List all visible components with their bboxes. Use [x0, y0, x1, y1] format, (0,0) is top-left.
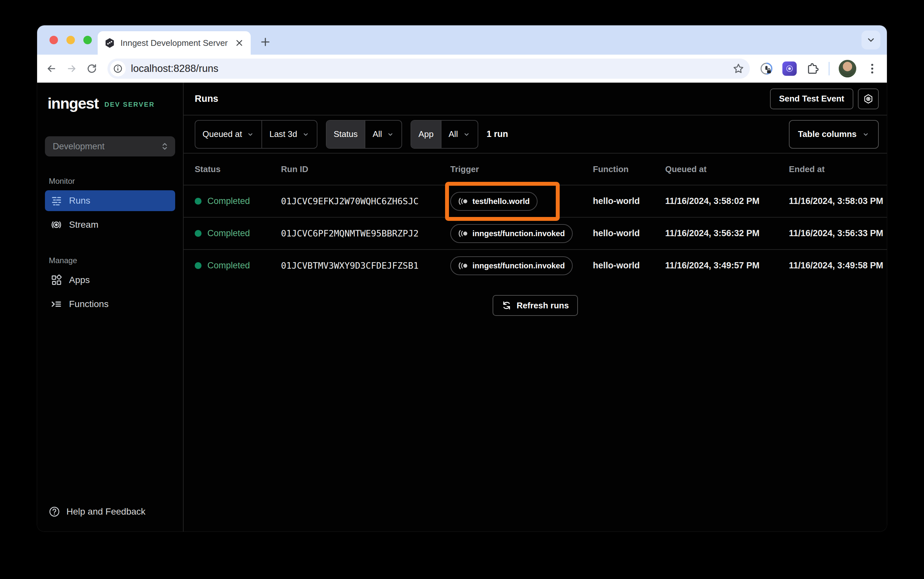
reload-icon [86, 63, 97, 74]
environment-select[interactable]: Development [45, 136, 175, 157]
status-dot-completed [195, 198, 202, 204]
toolbar-divider [829, 62, 830, 75]
run-id: 01JCVC9EFKJ2W70WQHC6ZH6SJC [281, 196, 450, 206]
sidebar-item-runs[interactable]: Runs [45, 190, 175, 211]
profile-avatar[interactable] [839, 60, 856, 77]
tab-title: Inngest Development Server [120, 38, 229, 48]
queued-at-time: 11/16/2024, 3:56:32 PM [665, 228, 789, 239]
status-dot-completed [195, 230, 202, 237]
purple-extension-icon[interactable] [782, 62, 797, 76]
time-field-dropdown[interactable]: Queued at [195, 121, 261, 148]
table-header: Status Run ID Trigger Function Queued at… [184, 154, 887, 185]
dev-server-badge: DEV SERVER [105, 98, 155, 108]
send-test-event-button[interactable]: Send Test Event [770, 88, 853, 109]
broadcast-icon [51, 219, 62, 230]
trigger-name: test/hello.world [473, 197, 530, 206]
minimize-window-button[interactable] [66, 36, 75, 44]
event-pulse-icon [458, 262, 468, 270]
updown-chevron-icon [160, 142, 169, 151]
inngest-dev-server-app: inngest DEV SERVER Development Monitor R… [37, 83, 887, 532]
bookmark-star-icon[interactable] [732, 62, 745, 75]
time-field-label: Queued at [202, 129, 242, 139]
sidebar-item-apps[interactable]: Apps [45, 270, 175, 291]
functions-icon [51, 299, 62, 310]
sidebar-item-stream[interactable]: Stream [45, 214, 175, 235]
status-filter-dropdown[interactable]: All [364, 121, 401, 148]
column-header-queued-at: Queued at [665, 164, 789, 174]
app-filter-value: All [449, 129, 458, 139]
help-label: Help and Feedback [66, 507, 146, 517]
column-header-status: Status [195, 164, 281, 174]
nav-section-monitor: Monitor [49, 177, 175, 186]
run-count: 1 run [487, 129, 508, 139]
reload-button[interactable] [84, 61, 100, 77]
trigger-pill[interactable]: inngest/function.invoked [450, 256, 573, 275]
time-range-dropdown[interactable]: Last 3d [261, 121, 317, 148]
info-icon [113, 64, 123, 74]
runs-list-icon [51, 195, 62, 206]
forward-arrow-icon [66, 63, 77, 74]
app-filter-group: App All [410, 120, 478, 149]
site-info-button[interactable] [110, 61, 126, 77]
trigger-pill[interactable]: test/hello.world [450, 192, 538, 211]
chevron-down-icon [862, 131, 870, 138]
macos-traffic-lights [49, 36, 92, 44]
zoom-window-button[interactable] [83, 36, 92, 44]
queued-at-time: 11/16/2024, 3:49:57 PM [665, 260, 789, 271]
sidebar-item-functions[interactable]: Functions [45, 294, 175, 314]
app-filter-label: App [411, 121, 440, 148]
trigger-pill[interactable]: inngest/function.invoked [450, 224, 573, 243]
ended-at-time: 11/16/2024, 3:56:33 PM [789, 228, 887, 239]
password-manager-extension-icon[interactable] [760, 62, 773, 75]
logo: inngest DEV SERVER [45, 94, 175, 112]
browser-menu-button[interactable] [865, 62, 879, 75]
status-text: Completed [207, 260, 250, 271]
function-name: hello-world [593, 228, 665, 239]
event-pulse-icon [458, 198, 468, 205]
ended-at-time: 11/16/2024, 3:49:58 PM [789, 260, 887, 271]
new-tab-button[interactable] [259, 36, 272, 48]
filter-bar: Queued at Last 3d Status All [184, 116, 887, 154]
forward-button[interactable] [64, 61, 79, 77]
column-header-run-id: Run ID [281, 164, 450, 174]
tab-close-icon[interactable] [235, 38, 244, 48]
tab-strip: Inngest Development Server [37, 25, 887, 55]
chevron-down-icon [866, 35, 876, 45]
url-text[interactable]: localhost:8288/runs [131, 63, 732, 75]
status-filter-value: All [373, 129, 382, 139]
table-row[interactable]: Completed 01JCVBTMV3WXY9D3CFDEJFZSB1 inn… [184, 249, 887, 281]
kebab-menu-icon [866, 62, 879, 75]
status-filter-label: Status [327, 121, 365, 148]
close-window-button[interactable] [49, 36, 58, 44]
chevron-down-icon [386, 131, 394, 138]
app-filter-dropdown[interactable]: All [441, 121, 478, 148]
sidebar: inngest DEV SERVER Development Monitor R… [37, 83, 184, 532]
chevron-down-icon [463, 131, 471, 138]
extensions-puzzle-icon[interactable] [806, 62, 819, 75]
table-columns-button[interactable]: Table columns [789, 120, 879, 149]
tab-search-button[interactable] [862, 31, 880, 49]
ended-at-time: 11/16/2024, 3:58:03 PM [789, 196, 887, 206]
function-name: hello-world [593, 196, 665, 206]
browser-tab[interactable]: Inngest Development Server [98, 31, 251, 55]
browser-extension-area [760, 60, 879, 77]
environment-select-value: Development [53, 142, 105, 152]
table-row[interactable]: Completed 01JCVC9EFKJ2W70WQHC6ZH6SJC tes… [184, 185, 887, 217]
browser-toolbar: localhost:8288/runs [37, 55, 887, 83]
help-and-feedback[interactable]: Help and Feedback [45, 506, 175, 523]
refresh-runs-button[interactable]: Refresh runs [492, 295, 578, 316]
back-button[interactable] [44, 61, 59, 77]
trigger-name: inngest/function.invoked [473, 229, 565, 238]
event-pulse-icon [458, 230, 468, 237]
question-circle-icon [49, 506, 60, 517]
status-text: Completed [207, 228, 250, 239]
status-dot-completed [195, 262, 202, 269]
table-row[interactable]: Completed 01JCVC6PF2MQNMTWE95BBRZPJ2 inn… [184, 217, 887, 249]
back-arrow-icon [46, 63, 57, 74]
sidebar-item-label: Apps [69, 275, 90, 285]
settings-button[interactable] [858, 88, 879, 109]
main-panel: Runs Send Test Event Qu [184, 83, 887, 532]
column-header-function: Function [593, 164, 665, 174]
status-text: Completed [207, 196, 250, 206]
address-bar[interactable]: localhost:8288/runs [107, 59, 750, 79]
